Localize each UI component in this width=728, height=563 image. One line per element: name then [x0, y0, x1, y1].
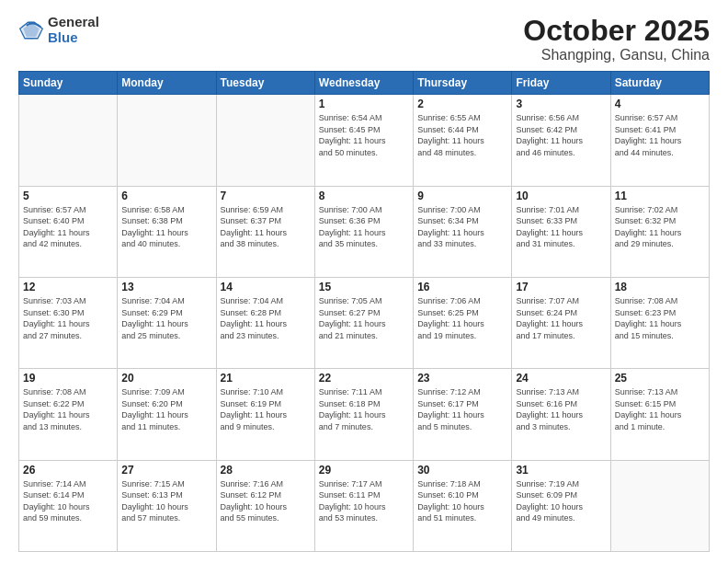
table-row: 15Sunrise: 7:05 AM Sunset: 6:27 PM Dayli… [314, 277, 413, 368]
table-row: 29Sunrise: 7:17 AM Sunset: 6:11 PM Dayli… [314, 460, 413, 551]
day-info: Sunrise: 7:00 AM Sunset: 6:36 PM Dayligh… [319, 204, 409, 250]
day-number: 4 [615, 98, 705, 110]
logo-general-label: General [48, 15, 99, 30]
day-info: Sunrise: 6:59 AM Sunset: 6:37 PM Dayligh… [221, 204, 311, 250]
table-row [216, 95, 314, 186]
header: General Blue October 2025 Shangping, Gan… [18, 15, 710, 63]
day-info: Sunrise: 6:54 AM Sunset: 6:45 PM Dayligh… [319, 112, 409, 158]
day-info: Sunrise: 7:13 AM Sunset: 6:16 PM Dayligh… [516, 386, 606, 432]
day-number: 24 [516, 372, 606, 385]
day-info: Sunrise: 7:19 AM Sunset: 6:09 PM Dayligh… [516, 478, 606, 524]
table-row: 28Sunrise: 7:16 AM Sunset: 6:12 PM Dayli… [216, 460, 314, 551]
table-row: 22Sunrise: 7:11 AM Sunset: 6:18 PM Dayli… [314, 369, 413, 460]
logo: General Blue [18, 15, 99, 45]
day-info: Sunrise: 7:03 AM Sunset: 6:30 PM Dayligh… [23, 295, 113, 341]
table-row: 3Sunrise: 6:56 AM Sunset: 6:42 PM Daylig… [512, 95, 610, 186]
day-info: Sunrise: 7:00 AM Sunset: 6:34 PM Dayligh… [417, 204, 507, 250]
day-number: 5 [23, 190, 113, 202]
logo-text: General Blue [48, 15, 99, 45]
day-info: Sunrise: 6:56 AM Sunset: 6:42 PM Dayligh… [516, 112, 606, 158]
day-number: 25 [615, 372, 705, 385]
table-row [610, 460, 709, 551]
day-number: 26 [23, 464, 113, 477]
day-number: 17 [516, 281, 606, 293]
day-number: 22 [319, 372, 409, 385]
day-info: Sunrise: 7:09 AM Sunset: 6:20 PM Dayligh… [121, 386, 211, 432]
day-number: 10 [516, 190, 606, 202]
table-row: 14Sunrise: 7:04 AM Sunset: 6:28 PM Dayli… [216, 277, 314, 368]
calendar-week-row: 26Sunrise: 7:14 AM Sunset: 6:14 PM Dayli… [19, 460, 710, 551]
day-info: Sunrise: 7:08 AM Sunset: 6:23 PM Dayligh… [615, 295, 705, 341]
table-row: 25Sunrise: 7:13 AM Sunset: 6:15 PM Dayli… [610, 369, 709, 460]
table-row: 7Sunrise: 6:59 AM Sunset: 6:37 PM Daylig… [216, 186, 314, 277]
table-row: 24Sunrise: 7:13 AM Sunset: 6:16 PM Dayli… [512, 369, 610, 460]
header-monday: Monday [118, 72, 216, 95]
table-row: 11Sunrise: 7:02 AM Sunset: 6:32 PM Dayli… [610, 186, 709, 277]
table-row: 21Sunrise: 7:10 AM Sunset: 6:19 PM Dayli… [216, 369, 314, 460]
table-row: 8Sunrise: 7:00 AM Sunset: 6:36 PM Daylig… [314, 186, 413, 277]
day-number: 29 [319, 464, 409, 477]
calendar-table: Sunday Monday Tuesday Wednesday Thursday… [18, 71, 710, 552]
logo-blue-label: Blue [48, 30, 99, 46]
day-info: Sunrise: 7:15 AM Sunset: 6:13 PM Dayligh… [121, 478, 211, 524]
day-number: 1 [319, 98, 409, 110]
day-number: 19 [23, 372, 113, 385]
day-number: 16 [417, 281, 507, 293]
table-row [19, 95, 118, 186]
table-row: 31Sunrise: 7:19 AM Sunset: 6:09 PM Dayli… [512, 460, 610, 551]
day-info: Sunrise: 7:11 AM Sunset: 6:18 PM Dayligh… [319, 386, 409, 432]
title-block: October 2025 Shangping, Gansu, China [523, 15, 710, 63]
table-row: 13Sunrise: 7:04 AM Sunset: 6:29 PM Dayli… [118, 277, 216, 368]
table-row: 27Sunrise: 7:15 AM Sunset: 6:13 PM Dayli… [118, 460, 216, 551]
table-row: 4Sunrise: 6:57 AM Sunset: 6:41 PM Daylig… [610, 95, 709, 186]
day-info: Sunrise: 7:18 AM Sunset: 6:10 PM Dayligh… [417, 478, 507, 524]
calendar-header-row: Sunday Monday Tuesday Wednesday Thursday… [19, 72, 710, 95]
day-info: Sunrise: 7:07 AM Sunset: 6:24 PM Dayligh… [516, 295, 606, 341]
day-number: 27 [121, 464, 211, 477]
day-number: 23 [417, 372, 507, 385]
calendar-week-row: 5Sunrise: 6:57 AM Sunset: 6:40 PM Daylig… [19, 186, 710, 277]
day-info: Sunrise: 6:55 AM Sunset: 6:44 PM Dayligh… [417, 112, 507, 158]
table-row: 2Sunrise: 6:55 AM Sunset: 6:44 PM Daylig… [414, 95, 512, 186]
day-number: 7 [221, 190, 311, 202]
day-number: 3 [516, 98, 606, 110]
header-thursday: Thursday [414, 72, 512, 95]
day-info: Sunrise: 7:05 AM Sunset: 6:27 PM Dayligh… [319, 295, 409, 341]
table-row [118, 95, 216, 186]
day-info: Sunrise: 6:57 AM Sunset: 6:40 PM Dayligh… [23, 204, 113, 250]
day-info: Sunrise: 7:14 AM Sunset: 6:14 PM Dayligh… [23, 478, 113, 524]
day-number: 13 [121, 281, 211, 293]
header-wednesday: Wednesday [314, 72, 413, 95]
table-row: 9Sunrise: 7:00 AM Sunset: 6:34 PM Daylig… [414, 186, 512, 277]
calendar-week-row: 1Sunrise: 6:54 AM Sunset: 6:45 PM Daylig… [19, 95, 710, 186]
header-sunday: Sunday [19, 72, 118, 95]
day-info: Sunrise: 7:17 AM Sunset: 6:11 PM Dayligh… [319, 478, 409, 524]
day-info: Sunrise: 7:04 AM Sunset: 6:28 PM Dayligh… [221, 295, 311, 341]
table-row: 12Sunrise: 7:03 AM Sunset: 6:30 PM Dayli… [19, 277, 118, 368]
day-info: Sunrise: 7:10 AM Sunset: 6:19 PM Dayligh… [221, 386, 311, 432]
day-info: Sunrise: 7:01 AM Sunset: 6:33 PM Dayligh… [516, 204, 606, 250]
day-number: 2 [417, 98, 507, 110]
table-row: 5Sunrise: 6:57 AM Sunset: 6:40 PM Daylig… [19, 186, 118, 277]
day-info: Sunrise: 7:04 AM Sunset: 6:29 PM Dayligh… [121, 295, 211, 341]
day-number: 20 [121, 372, 211, 385]
day-number: 30 [417, 464, 507, 477]
day-info: Sunrise: 7:13 AM Sunset: 6:15 PM Dayligh… [615, 386, 705, 432]
header-friday: Friday [512, 72, 610, 95]
table-row: 1Sunrise: 6:54 AM Sunset: 6:45 PM Daylig… [314, 95, 413, 186]
day-info: Sunrise: 7:06 AM Sunset: 6:25 PM Dayligh… [417, 295, 507, 341]
logo-icon [18, 17, 44, 43]
table-row: 23Sunrise: 7:12 AM Sunset: 6:17 PM Dayli… [414, 369, 512, 460]
table-row: 16Sunrise: 7:06 AM Sunset: 6:25 PM Dayli… [414, 277, 512, 368]
day-info: Sunrise: 7:08 AM Sunset: 6:22 PM Dayligh… [23, 386, 113, 432]
table-row: 26Sunrise: 7:14 AM Sunset: 6:14 PM Dayli… [19, 460, 118, 551]
header-tuesday: Tuesday [216, 72, 314, 95]
day-number: 6 [121, 190, 211, 202]
day-info: Sunrise: 6:58 AM Sunset: 6:38 PM Dayligh… [121, 204, 211, 250]
table-row: 10Sunrise: 7:01 AM Sunset: 6:33 PM Dayli… [512, 186, 610, 277]
table-row: 19Sunrise: 7:08 AM Sunset: 6:22 PM Dayli… [19, 369, 118, 460]
header-saturday: Saturday [610, 72, 709, 95]
table-row: 17Sunrise: 7:07 AM Sunset: 6:24 PM Dayli… [512, 277, 610, 368]
title-location: Shangping, Gansu, China [523, 47, 710, 63]
day-info: Sunrise: 6:57 AM Sunset: 6:41 PM Dayligh… [615, 112, 705, 158]
